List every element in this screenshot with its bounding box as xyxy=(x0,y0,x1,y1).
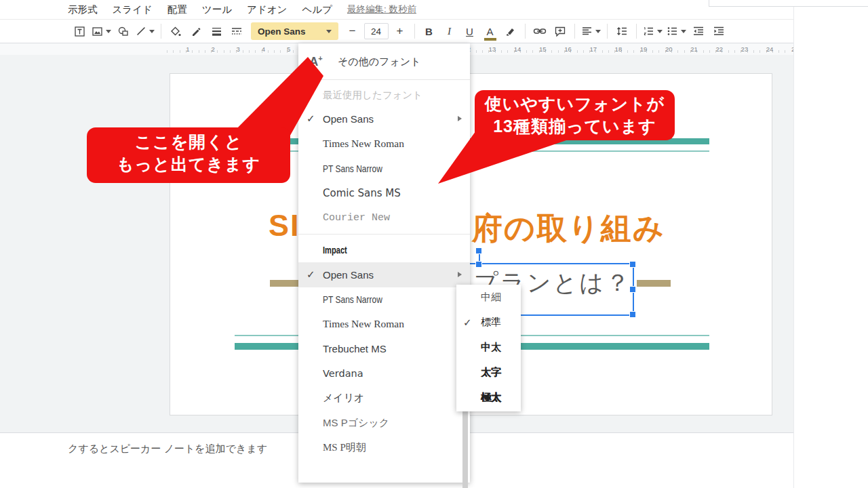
google-slides-app: 示形式スライド配置ツールアドオンヘルプ 最終編集: 数秒前 xyxy=(0,0,868,488)
border-dash-icon xyxy=(231,26,243,37)
border-weight-button[interactable] xyxy=(208,22,224,40)
menu-item[interactable]: 示形式 xyxy=(68,3,98,16)
toolbar-separator xyxy=(636,24,637,39)
font-name-label: Open Sans xyxy=(323,269,374,281)
menu-item[interactable]: ツール xyxy=(202,3,232,16)
menu-item[interactable]: アドオン xyxy=(247,3,287,16)
toolbar-separator xyxy=(607,24,608,39)
border-weight-icon xyxy=(211,26,222,37)
font-menu-item[interactable]: PT Sans Narrow xyxy=(298,287,470,312)
increase-indent-button[interactable] xyxy=(711,22,727,40)
resize-handle-mid-right[interactable] xyxy=(630,287,635,292)
insert-comment-button[interactable] xyxy=(552,22,568,40)
font-menu-item[interactable]: Impact xyxy=(298,238,470,263)
callout-text-line: 使いやすいフォントが xyxy=(475,93,675,115)
image-dropdown-caret xyxy=(106,30,111,33)
highlight-color-button[interactable] xyxy=(502,22,519,40)
font-menu-item[interactable]: MS Pゴシック xyxy=(298,411,470,436)
toolbar-separator xyxy=(574,24,575,39)
insert-comment-icon xyxy=(554,26,566,37)
ruler-number: 23 xyxy=(741,45,749,53)
ruler-number: 2 xyxy=(211,45,214,53)
menu-item[interactable]: ヘルプ xyxy=(302,3,332,16)
weight-menu-item[interactable]: 中細 xyxy=(456,285,521,310)
font-name-label: Impact xyxy=(323,244,347,256)
weight-label: 極太 xyxy=(481,391,501,404)
line-icon xyxy=(136,26,146,37)
font-menu-item[interactable]: Comic Sans MS xyxy=(298,181,470,206)
menu-item[interactable]: スライド xyxy=(113,3,153,16)
shape-icon xyxy=(117,26,130,37)
weight-label: 中太 xyxy=(481,341,501,354)
slide-title-right[interactable]: 府の取り組み xyxy=(472,208,665,249)
text-box-button[interactable] xyxy=(71,22,87,40)
image-button[interactable] xyxy=(92,22,111,40)
add-fonts-icon: A+ xyxy=(307,54,326,69)
shape-button[interactable] xyxy=(115,22,132,40)
bold-button[interactable]: B xyxy=(421,22,437,40)
align-button[interactable] xyxy=(581,22,601,40)
toolbar-separator xyxy=(525,24,526,39)
fill-color-button[interactable] xyxy=(167,22,184,40)
insert-link-icon xyxy=(533,26,547,37)
font-menu-item[interactable]: ✓Open Sans xyxy=(298,106,470,131)
line-spacing-button[interactable] xyxy=(614,22,630,40)
last-edit-link[interactable]: 最終編集: 数秒前 xyxy=(347,3,416,16)
bulleted-list-button[interactable] xyxy=(667,22,686,40)
decrease-font-size-button[interactable]: − xyxy=(344,22,361,40)
fill-color-icon xyxy=(170,26,182,37)
border-color-button[interactable] xyxy=(188,22,204,40)
italic-button[interactable]: I xyxy=(441,22,458,40)
ruler-number: 20 xyxy=(665,45,673,53)
line-button[interactable] xyxy=(136,22,155,40)
font-name-label: MS Pゴシック xyxy=(323,417,389,430)
resize-handle-top-right[interactable] xyxy=(630,262,635,267)
numbered-list-button[interactable] xyxy=(643,22,663,40)
font-menu-item[interactable]: ✓Open Sans xyxy=(298,262,470,287)
font-family-caret xyxy=(326,30,332,33)
weight-menu-item[interactable]: 太字 xyxy=(456,360,521,385)
border-dash-button[interactable] xyxy=(229,22,245,40)
font-menu-item[interactable]: PT Sans Narrow xyxy=(298,156,470,181)
underline-button[interactable]: U xyxy=(462,22,478,40)
more-fonts-label: その他のフォント xyxy=(338,56,420,68)
font-menu-item[interactable]: MS P明朝 xyxy=(298,436,470,461)
font-menu-item[interactable]: Times New Roman xyxy=(298,312,470,337)
text-color-button[interactable]: A xyxy=(482,22,498,40)
increase-font-size-button[interactable]: + xyxy=(392,22,408,40)
slide-title-left[interactable]: SI xyxy=(269,208,300,243)
weight-menu-item[interactable]: 極太 xyxy=(456,385,521,410)
tan-bar-right[interactable] xyxy=(637,280,671,287)
font-menu-item[interactable]: Verdana xyxy=(298,361,470,386)
bulleted-list-caret xyxy=(681,30,686,33)
toolbar-separator xyxy=(414,24,415,39)
resize-handle-bottom-right[interactable] xyxy=(630,312,635,317)
weight-menu-item[interactable]: 中太 xyxy=(456,335,521,360)
decrease-indent-button[interactable] xyxy=(690,22,707,40)
weight-label: 標準 xyxy=(481,316,501,329)
weight-menu-item[interactable]: ✓標準 xyxy=(456,310,521,335)
font-name-label: Comic Sans MS xyxy=(323,187,401,199)
ruler-number: 5 xyxy=(287,45,290,53)
menu-divider xyxy=(298,79,470,80)
align-icon xyxy=(581,26,593,37)
menu-item[interactable]: 配置 xyxy=(167,3,187,16)
font-menu-item[interactable]: Courier New xyxy=(298,205,470,230)
font-size-input[interactable]: 24 xyxy=(364,23,389,39)
insert-link-button[interactable] xyxy=(532,22,548,40)
right-strip xyxy=(793,0,868,488)
font-menu-item[interactable]: Times New Roman xyxy=(298,131,470,157)
callout-13-fonts: 使いやすいフォントが13種類揃っています xyxy=(475,90,675,140)
more-fonts-item[interactable]: A+ その他のフォント xyxy=(298,47,470,76)
ruler-number: 13 xyxy=(489,45,496,53)
callout-open-here: ここを開くともっと出てきます xyxy=(87,127,290,183)
font-menu-item[interactable]: Trebuchet MS xyxy=(298,337,470,362)
font-family-value: Open Sans xyxy=(258,26,306,37)
ruler-number: 1 xyxy=(186,45,189,53)
rotation-handle[interactable] xyxy=(476,248,481,253)
font-menu-item[interactable]: メイリオ xyxy=(298,386,470,411)
checkmark-icon: ✓ xyxy=(463,317,481,329)
font-family-dropdown[interactable]: Open Sans xyxy=(251,22,338,40)
resize-handle-top-center[interactable] xyxy=(476,262,481,267)
image-icon xyxy=(92,26,103,37)
